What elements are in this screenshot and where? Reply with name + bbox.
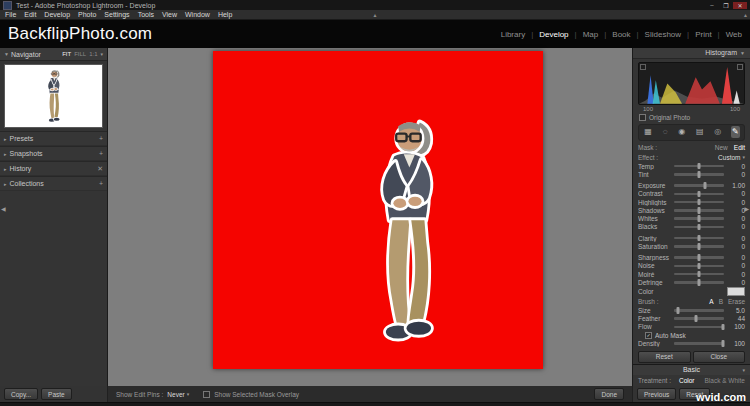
- shadows-value: 0: [727, 207, 745, 214]
- menu-tools[interactable]: Tools: [138, 11, 154, 18]
- module-print[interactable]: Print: [695, 30, 711, 39]
- add-preset-button[interactable]: +: [99, 135, 103, 142]
- navigator-preview[interactable]: [4, 64, 103, 128]
- close-panel-button[interactable]: Close: [693, 351, 746, 363]
- left-panel-collapse-arrow[interactable]: ◀: [1, 205, 6, 212]
- close-button[interactable]: ✕: [733, 2, 747, 9]
- navigator-header[interactable]: ▼ Navigator FIT FILL 1:1 ▾: [0, 48, 107, 61]
- whites-slider[interactable]: [674, 217, 724, 220]
- crop-icon[interactable]: ▦: [643, 126, 653, 138]
- menu-help[interactable]: Help: [218, 11, 232, 18]
- identity-bar: BackflipPhoto.com Library | Develop | Ma…: [0, 20, 750, 48]
- panel-presets[interactable]: ▸ Presets +: [0, 131, 107, 146]
- auto-mask-checkbox[interactable]: ✓: [645, 332, 652, 339]
- treatment-bw-option[interactable]: Black & White: [705, 377, 745, 384]
- graduated-filter-icon[interactable]: ▤: [695, 126, 705, 138]
- brush-b-button[interactable]: B: [719, 298, 723, 305]
- contrast-slider[interactable]: [674, 193, 724, 196]
- defringe-slider[interactable]: [674, 281, 724, 284]
- effect-select[interactable]: Custom ▾: [718, 154, 745, 161]
- blacks-slider[interactable]: [674, 226, 724, 229]
- color-swatch[interactable]: [727, 287, 745, 296]
- module-map[interactable]: Map: [583, 30, 599, 39]
- done-button[interactable]: Done: [594, 388, 624, 400]
- feather-value: 44: [727, 315, 745, 322]
- defringe-label: Defringe: [638, 279, 671, 286]
- mask-overlay-label: Show Selected Mask Overlay: [214, 391, 299, 398]
- histogram-header[interactable]: Histogram ▼: [633, 48, 750, 59]
- brush-a-button[interactable]: A: [709, 298, 713, 305]
- highlight-clipping-indicator[interactable]: [737, 64, 743, 70]
- zoom-1to1-option[interactable]: 1:1: [89, 51, 97, 57]
- slider-row: Flow 100: [633, 323, 750, 331]
- zoom-fit-option[interactable]: FIT: [62, 51, 71, 57]
- spot-removal-icon[interactable]: ◌: [662, 126, 669, 138]
- module-library[interactable]: Library: [501, 30, 525, 39]
- moire-slider[interactable]: [674, 273, 724, 276]
- density-slider[interactable]: [674, 342, 724, 345]
- flow-slider[interactable]: [674, 326, 724, 329]
- basic-panel-header[interactable]: Basic ▾: [633, 364, 750, 376]
- radial-filter-icon[interactable]: ◎: [713, 126, 722, 138]
- highlights-slider[interactable]: [674, 201, 724, 204]
- clear-history-button[interactable]: ✕: [97, 165, 103, 173]
- color-row: Color: [633, 287, 750, 296]
- mask-edit-button[interactable]: Edit: [734, 144, 745, 151]
- tint-label: Tint: [638, 171, 671, 178]
- shadows-slider[interactable]: [674, 209, 724, 212]
- panel-collections[interactable]: ▸ Collections +: [0, 176, 107, 191]
- mask-overlay-checkbox[interactable]: [203, 391, 210, 398]
- noise-slider[interactable]: [674, 265, 724, 268]
- basic-title: Basic: [683, 366, 700, 373]
- clarity-slider[interactable]: [674, 237, 724, 240]
- saturation-slider[interactable]: [674, 245, 724, 248]
- panel-history[interactable]: ▸ History ✕: [0, 161, 107, 176]
- saturation-label: Saturation: [638, 243, 671, 250]
- sharpness-slider[interactable]: [674, 256, 724, 259]
- paste-button[interactable]: Paste: [41, 388, 72, 400]
- density-value: 100: [727, 340, 745, 347]
- treatment-color-option[interactable]: Color: [679, 377, 695, 384]
- mask-new-button[interactable]: New: [715, 144, 728, 151]
- identity-plate[interactable]: BackflipPhoto.com: [8, 24, 152, 44]
- shadow-clipping-indicator[interactable]: [640, 64, 646, 70]
- histogram[interactable]: [638, 62, 745, 105]
- panel-snapshots[interactable]: ▸ Snapshots +: [0, 146, 107, 161]
- copy-button[interactable]: Copy...: [4, 388, 38, 400]
- right-panel-collapse-arrow[interactable]: ▶: [744, 205, 749, 212]
- temp-value: 0: [727, 163, 745, 170]
- filmstrip-edge[interactable]: [0, 402, 750, 406]
- right-panel-collapse-arrow[interactable]: ▲: [743, 12, 748, 18]
- top-panel-collapse-arrow[interactable]: ▲: [373, 12, 378, 18]
- maximize-button[interactable]: ❐: [719, 2, 733, 9]
- previous-button[interactable]: Previous: [637, 388, 676, 400]
- menu-window[interactable]: Window: [185, 11, 210, 18]
- menu-photo[interactable]: Photo: [78, 11, 96, 18]
- zoom-dropdown-icon[interactable]: ▾: [100, 51, 103, 57]
- edit-pins-select[interactable]: Never ▾: [167, 391, 189, 398]
- brush-erase-button[interactable]: Erase: [728, 298, 745, 305]
- module-web[interactable]: Web: [726, 30, 742, 39]
- tint-slider[interactable]: [674, 173, 724, 176]
- temp-slider[interactable]: [674, 165, 724, 168]
- menu-edit[interactable]: Edit: [24, 11, 36, 18]
- exposure-slider[interactable]: [674, 184, 724, 187]
- menu-view[interactable]: View: [162, 11, 177, 18]
- minimize-button[interactable]: –: [705, 2, 719, 9]
- module-book[interactable]: Book: [612, 30, 630, 39]
- size-slider[interactable]: [674, 309, 724, 312]
- photo-canvas[interactable]: [213, 51, 543, 369]
- menu-develop[interactable]: Develop: [44, 11, 70, 18]
- menu-file[interactable]: File: [5, 11, 16, 18]
- module-slideshow[interactable]: Slideshow: [645, 30, 681, 39]
- module-develop[interactable]: Develop: [539, 30, 568, 39]
- add-collection-button[interactable]: +: [99, 180, 103, 187]
- adjustment-brush-icon[interactable]: ✎: [731, 126, 740, 138]
- reset-button[interactable]: Reset: [638, 351, 691, 363]
- red-eye-icon[interactable]: ◉: [677, 126, 686, 138]
- zoom-fill-option[interactable]: FILL: [74, 51, 86, 57]
- feather-slider[interactable]: [674, 317, 724, 320]
- add-snapshot-button[interactable]: +: [99, 150, 103, 157]
- menu-settings[interactable]: Settings: [104, 11, 129, 18]
- original-photo-checkbox[interactable]: [639, 114, 646, 121]
